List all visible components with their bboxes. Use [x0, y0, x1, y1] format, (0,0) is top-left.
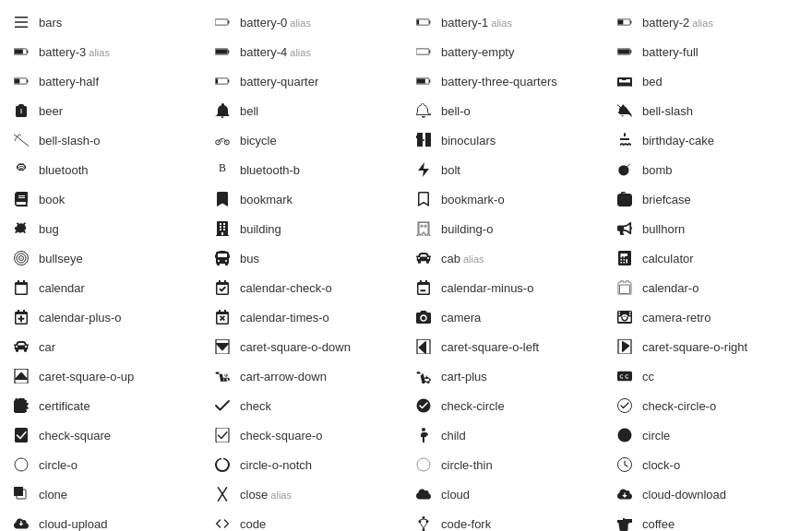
svg-rect-24 — [27, 79, 28, 82]
item-alias: alias — [463, 254, 484, 265]
list-item: circle-o-notch — [205, 450, 406, 479]
item-label: battery-half — [39, 75, 99, 88]
list-item: bullhorn — [607, 214, 808, 243]
list-item: building — [205, 214, 406, 243]
list-item: battery-3alias — [4, 37, 205, 66]
battery-three-quarters-icon — [413, 71, 434, 91]
item-label: check-circle — [441, 399, 505, 413]
bell-slash-o-icon — [11, 130, 31, 150]
svg-rect-29 — [417, 78, 425, 83]
building-o-icon — [413, 218, 434, 239]
caret-square-o-left-icon — [413, 336, 434, 357]
list-item: bookmark-o — [406, 184, 607, 214]
check-square-icon — [11, 425, 31, 445]
list-item: caret-square-o-down — [205, 332, 406, 361]
list-item: calculator — [607, 243, 808, 273]
car-icon — [11, 336, 31, 357]
item-label: battery-0alias — [240, 16, 311, 30]
svg-rect-18 — [429, 50, 430, 53]
bluetooth-b-icon: B — [212, 159, 233, 180]
bookmark-icon — [212, 189, 233, 209]
battery-2-icon — [615, 12, 635, 32]
item-label: briefcase — [642, 193, 691, 206]
list-item: cc — [607, 361, 808, 391]
camera-retro-icon — [615, 307, 635, 327]
svg-text:⭖: ⭖ — [16, 162, 28, 174]
list-item: circle-thin — [406, 450, 607, 479]
svg-point-60 — [422, 428, 425, 431]
svg-rect-17 — [416, 49, 429, 54]
list-item: coffee — [607, 509, 808, 531]
item-label: bell-slash-o — [39, 134, 100, 148]
item-label: bolt — [441, 163, 460, 177]
item-label: clock-o — [642, 458, 680, 472]
list-item: check-square — [4, 420, 205, 450]
bed-icon — [615, 71, 635, 91]
list-item: briefcase — [607, 184, 808, 214]
certificate-icon — [11, 395, 31, 416]
list-item: check-square-o — [205, 420, 406, 450]
item-label: code — [240, 517, 266, 531]
list-item: caret-square-o-right — [607, 332, 808, 361]
bolt-icon — [413, 159, 434, 180]
item-label: circle-thin — [441, 458, 493, 472]
bus-icon — [212, 248, 233, 268]
svg-point-47 — [629, 163, 631, 165]
calendar-o-icon — [615, 277, 635, 298]
item-label: cloud-upload — [39, 517, 107, 531]
list-item: code-fork — [406, 509, 607, 531]
list-item: calendar-minus-o — [406, 273, 607, 302]
item-label: bullhorn — [642, 222, 685, 236]
item-alias: alias — [270, 490, 292, 501]
svg-rect-10 — [630, 20, 631, 23]
bookmark-o-icon — [413, 189, 434, 209]
list-item: bed — [607, 66, 808, 96]
item-label: calendar-check-o — [240, 281, 332, 295]
bomb-icon — [615, 159, 635, 180]
list-item: bolt — [406, 155, 607, 184]
svg-rect-2 — [15, 26, 28, 28]
item-label: circle-o-notch — [240, 458, 312, 472]
list-item: bug — [4, 214, 205, 243]
svg-point-62 — [15, 458, 28, 471]
item-label: bus — [240, 252, 259, 266]
item-label: caret-square-o-down — [240, 340, 351, 354]
svg-rect-15 — [216, 49, 228, 53]
item-label: battery-1alias — [441, 16, 512, 30]
calendar-check-o-icon — [212, 277, 233, 298]
list-item: bookmark — [205, 184, 406, 214]
list-item: closealias — [205, 479, 406, 509]
item-label: check — [240, 399, 271, 413]
list-item: beer — [4, 96, 205, 125]
svg-point-71 — [419, 520, 422, 523]
list-item: ⭖bluetooth — [4, 155, 205, 184]
item-label: cc — [642, 370, 654, 384]
svg-rect-13 — [27, 50, 28, 53]
list-item: child — [406, 420, 607, 450]
list-item: caret-square-o-up — [4, 361, 205, 391]
item-label: check-square-o — [240, 429, 323, 442]
list-item: bell — [205, 96, 406, 125]
svg-rect-12 — [15, 49, 23, 53]
list-item: check-circle-o — [607, 391, 808, 420]
item-label: cloud — [441, 488, 470, 502]
item-label: check-square — [39, 429, 111, 442]
list-item: cloud — [406, 479, 607, 509]
svg-rect-0 — [15, 17, 28, 18]
item-label: caret-square-o-left — [441, 340, 539, 354]
svg-text:B: B — [219, 162, 226, 174]
list-item: bars — [4, 7, 205, 37]
item-label: calculator — [642, 252, 694, 266]
item-label: battery-quarter — [240, 75, 318, 88]
item-label: bluetooth-b — [240, 163, 300, 177]
item-label: bookmark-o — [441, 193, 505, 206]
item-label: cart-plus — [441, 370, 487, 384]
svg-rect-16 — [228, 50, 229, 53]
item-label: cart-arrow-down — [240, 370, 327, 384]
briefcase-icon — [615, 189, 635, 209]
list-item: building-o — [406, 214, 607, 243]
clock-o-icon — [615, 454, 635, 475]
item-label: book — [39, 193, 65, 206]
list-item: calendar — [4, 273, 205, 302]
item-label: bell-o — [441, 104, 471, 118]
